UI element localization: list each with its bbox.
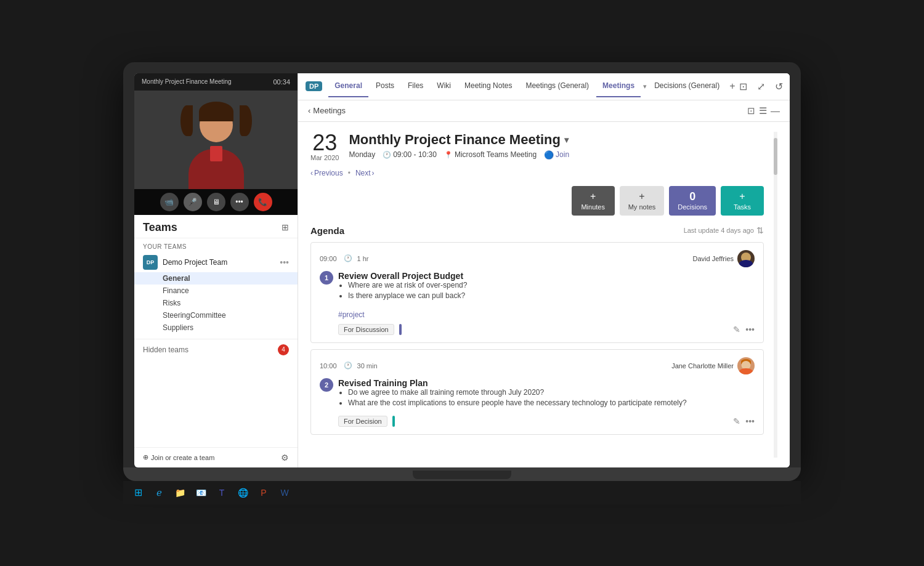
word-button[interactable]: W (276, 484, 293, 501)
join-icon: 🔵 (544, 150, 554, 160)
teams-button[interactable]: T (213, 484, 230, 501)
share-button[interactable]: 🖥 (207, 193, 225, 211)
join-team-link[interactable]: ⊕ Join or create a team (143, 453, 214, 461)
dot-separator: • (348, 169, 351, 177)
agenda-item-title-1: Review Overall Project Budget (338, 271, 467, 281)
outlook-button[interactable]: 📧 (192, 484, 209, 501)
tab-meetings-general[interactable]: Meetings (General) (519, 75, 595, 97)
tab-general[interactable]: General (328, 75, 368, 97)
ellipsis-icon: ••• (235, 198, 243, 206)
mic-icon: 🎤 (188, 198, 197, 206)
phone-end-icon: 📞 (258, 198, 267, 206)
tab-posts[interactable]: Posts (370, 75, 400, 97)
meetings-header: ‹ Meetings ⊡ ☰ — (298, 100, 790, 122)
channel-item-steering[interactable]: SteeringCommittee (134, 309, 298, 321)
more-icon-1[interactable]: ••• (745, 325, 755, 334)
pop-out-icon[interactable]: ⊡ (747, 105, 755, 116)
agenda-number-2: 2 (320, 378, 333, 392)
expand-icon[interactable]: ⤢ (755, 79, 768, 94)
top-nav: DP General Posts Files Wiki Meeting Note… (298, 73, 790, 100)
settings-icon[interactable]: ⚙ (281, 453, 289, 463)
channel-item-suppliers[interactable]: Suppliers (134, 321, 298, 334)
chrome-icon: 🌐 (238, 488, 248, 498)
hidden-label: Hidden teams (143, 346, 188, 354)
tab-add-icon[interactable]: + (729, 81, 735, 92)
plus-icon-tasks: + (739, 191, 745, 202)
share-icon: 🖥 (213, 198, 220, 206)
channel-item-finance[interactable]: Finance (134, 285, 298, 297)
meeting-info: Monthly Project Finance Meeting ▾ Monday… (349, 132, 764, 160)
agenda-item-1: 09:00 🕐 1 hr David Jeffries (310, 242, 764, 343)
hidden-badge: 4 (278, 344, 289, 355)
taskbar: ⊞ ℯ 📁 📧 T 🌐 P W (123, 481, 801, 504)
powerpoint-icon: P (261, 488, 266, 498)
call-header: Monthly Project Finance Meeting 00:34 (134, 73, 298, 91)
filter-icon[interactable]: ⊞ (282, 222, 289, 232)
tab-meetings-chevron: ▾ (643, 83, 647, 91)
teams-icon: T (219, 488, 225, 498)
powerpoint-button[interactable]: P (255, 484, 272, 501)
agenda-item-2-header: 10:00 🕐 30 min Jane Charlotte Miller (320, 357, 755, 374)
laptop-notch (413, 471, 511, 479)
word-icon: W (280, 488, 288, 498)
teams-title: Teams (143, 221, 177, 234)
bullet-2-2: What are the cost implications to ensure… (348, 398, 687, 407)
sidebar-footer: ⊕ Join or create a team ⚙ (134, 447, 298, 467)
tab-meeting-notes[interactable]: Meeting Notes (458, 75, 518, 97)
call-timer: 00:34 (273, 78, 290, 86)
mute-button[interactable]: 🎤 (184, 193, 202, 211)
refresh-icon[interactable]: ↺ (772, 79, 785, 94)
back-to-meetings[interactable]: ‹ Meetings (308, 106, 346, 115)
call-meeting-title: Monthly Project Finance Meeting (142, 78, 232, 85)
ie-button[interactable]: ℯ (150, 484, 168, 501)
popout-icon[interactable]: ⊡ (737, 79, 750, 94)
location-icon: 📍 (444, 151, 453, 159)
meeting-title-chevron[interactable]: ▾ (564, 135, 569, 145)
chrome-button[interactable]: 🌐 (234, 484, 251, 501)
clock-icon-2: 🕐 (344, 362, 352, 370)
sort-icon[interactable]: ⇅ (756, 225, 764, 235)
collapse-icon[interactable]: — (771, 105, 780, 116)
minutes-button[interactable]: + Minutes (572, 186, 615, 216)
my-notes-button[interactable]: + My notes (620, 186, 665, 216)
agenda-bullets-2: Do we agree to make all training remote … (338, 388, 687, 407)
teams-sidebar: Teams ⊞ Your teams DP Demo Project Team … (134, 215, 298, 467)
edit-icon-2[interactable]: ✎ (733, 416, 740, 426)
more-button[interactable]: ••• (230, 193, 249, 211)
channel-item-risks[interactable]: Risks (134, 297, 298, 309)
back-label: Meetings (313, 106, 346, 115)
previous-link[interactable]: ‹ Previous (310, 169, 343, 177)
channel-item-general[interactable]: General (134, 272, 298, 285)
bullet-1-2: Is there anyplace we can pull back? (348, 291, 467, 300)
nav-actions: ⊡ ⤢ ↺ 🌐 ••• (737, 79, 790, 94)
tab-meetings[interactable]: Meetings (596, 75, 641, 97)
project-tag[interactable]: #project (338, 310, 365, 319)
back-chevron-icon: ‹ (308, 106, 310, 115)
video-toggle-button[interactable]: 📹 (160, 193, 179, 211)
scrollbar[interactable] (774, 132, 777, 458)
list-view-icon[interactable]: ☰ (759, 105, 767, 116)
presenter-name-2: Jane Charlotte Miller (671, 362, 734, 370)
join-meeting-link[interactable]: 🔵 Join (544, 150, 569, 160)
edit-icon-1[interactable]: ✎ (733, 325, 740, 334)
status-badge-2: For Decision (338, 416, 387, 427)
tab-files[interactable]: Files (402, 75, 429, 97)
meeting-meta: Monday 🕐 09:00 - 10:30 📍 Microsoft Teams… (349, 150, 764, 160)
next-link[interactable]: Next › (355, 169, 375, 177)
tasks-button[interactable]: + Tasks (721, 186, 764, 216)
tab-decisions-general[interactable]: Decisions (General) (648, 75, 726, 97)
status-bar-2 (392, 416, 395, 427)
end-call-button[interactable]: 📞 (254, 193, 272, 211)
team-more-icon[interactable]: ••• (280, 257, 289, 267)
agenda-footer-1: For Discussion ✎ ••• (338, 324, 755, 335)
team-item-demo[interactable]: DP Demo Project Team ••• (134, 253, 298, 272)
item-actions-1: ✎ ••• (733, 325, 755, 334)
files-button[interactable]: 📁 (171, 484, 188, 501)
call-controls: 📹 🎤 🖥 ••• 📞 (134, 189, 298, 215)
more-icon-2[interactable]: ••• (745, 416, 755, 426)
tab-wiki[interactable]: Wiki (431, 75, 457, 97)
plus-icon-notes: + (639, 191, 644, 202)
windows-button[interactable]: ⊞ (129, 484, 147, 501)
agenda-duration-2: 30 min (357, 362, 378, 370)
decisions-button[interactable]: 0 Decisions (669, 186, 716, 216)
